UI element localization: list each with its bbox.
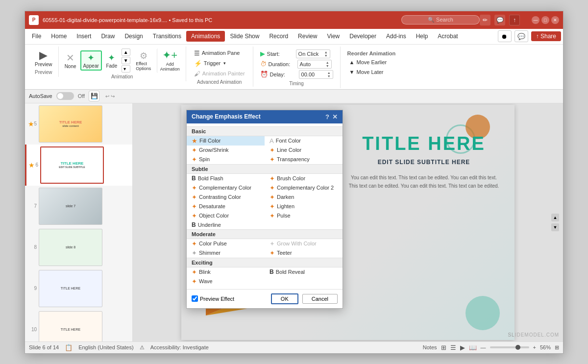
record-btn[interactable]: ⏺ (498, 30, 512, 42)
slide-thumbnail-9[interactable]: 9 TITLE HERE (25, 268, 132, 309)
effect-color-pulse[interactable]: ✦ Color Pulse (187, 239, 265, 248)
zoom-slider[interactable] (490, 346, 529, 348)
effect-fill-color[interactable]: ★ Fill Color (187, 136, 265, 146)
menu-acrobat[interactable]: Acrobat (433, 31, 463, 42)
move-later-btn[interactable]: ▼ Move Later (347, 68, 396, 76)
accessibility-label: Accessibility: Investigate (150, 344, 209, 350)
add-animation-btn[interactable]: ✦+ AddAnimation (157, 49, 183, 73)
effect-lighten[interactable]: ✦ Lighten (265, 202, 343, 211)
slide-thumbnail-8[interactable]: 8 slide 8 (25, 227, 132, 268)
menu-animations[interactable]: Animations (186, 31, 225, 42)
view-outline-btn[interactable]: ☰ (450, 344, 456, 351)
start-spinner[interactable]: ▲▼ (324, 50, 328, 57)
preview-checkbox-input[interactable] (192, 295, 198, 302)
menu-view[interactable]: View (322, 31, 344, 42)
animation-pane-btn[interactable]: ☰ Animation Pane (192, 49, 247, 58)
slide-thumbnail-6[interactable]: 6 TITLE HERE EDIT SLIDE SUBTITLE ★ (25, 145, 132, 186)
view-slideshow-btn[interactable]: ▶ (460, 344, 465, 351)
duration-icon: ⏱ (260, 60, 267, 68)
effect-line-color[interactable]: ✦ Line Color (265, 146, 343, 155)
animation-btns-row: ✕ None ✦ Appear ✦ Fade ▲ ▼ ▾ (62, 49, 183, 73)
scroll-up-btn[interactable]: ▲ (551, 214, 559, 221)
effect-bold-reveal[interactable]: B Bold Reveal (265, 267, 343, 276)
edit-icon-btn[interactable]: ✏ (480, 15, 490, 25)
slide-thumbnail-5[interactable]: 5 TITLE HERE slide content ★ (25, 103, 132, 145)
delay-spinner[interactable]: ▲▼ (327, 71, 331, 78)
dialog-cancel-btn[interactable]: Cancel (302, 294, 338, 304)
menu-slideshow[interactable]: Slide Show (225, 31, 264, 42)
effect-object-color[interactable]: ✦ Object Color (187, 211, 265, 220)
menu-transitions[interactable]: Transitions (148, 31, 186, 42)
fit-icon[interactable]: 📋 (65, 344, 73, 351)
menu-draw[interactable]: Draw (96, 31, 120, 42)
notes-btn[interactable]: Notes (423, 344, 437, 350)
preview-checkbox[interactable]: Preview Effect (192, 295, 234, 302)
preview-btn[interactable]: ▶ Preview (32, 49, 55, 69)
zoom-level[interactable]: 56% (540, 344, 551, 350)
slide-thumbnail-7[interactable]: 7 slide 7 (25, 186, 132, 227)
effect-desaturate[interactable]: ✦ Desaturate (187, 202, 265, 211)
move-earlier-btn[interactable]: ▲ Move Earlier (347, 58, 396, 66)
effect-contrasting-color[interactable]: ✦ Contrasting Color (187, 193, 265, 202)
minimize-btn[interactable]: — (532, 16, 539, 24)
animation-appear-btn[interactable]: ✦ Appear (80, 50, 102, 71)
animation-fade-btn[interactable]: ✦ Fade (103, 51, 121, 70)
effect-blink[interactable]: ✦ Blink (187, 267, 265, 277)
trigger-btn[interactable]: ⚡ Trigger ▾ (192, 59, 247, 68)
maximize-btn[interactable]: □ (541, 16, 549, 24)
effect-grow-shrink[interactable]: ✦ Grow/Shrink (187, 146, 265, 155)
effect-options-btn[interactable]: ⚙ EffectOptions (131, 49, 156, 72)
start-input[interactable]: On Click ▲▼ (296, 49, 330, 58)
animation-painter-btn[interactable]: 🖌 Animation Painter (192, 69, 247, 78)
effect-grow-with-color[interactable]: ✦ Grow With Color (265, 239, 343, 248)
anim-scroll-up[interactable]: ▲ (122, 49, 130, 56)
menu-developer[interactable]: Developer (344, 31, 381, 42)
comment-btn[interactable]: 💬 (514, 30, 528, 42)
menu-file[interactable]: File (27, 31, 46, 42)
fit-page-btn[interactable]: ⊞ (555, 344, 559, 351)
effect-shimmer[interactable]: ✦ Shimmer (187, 248, 265, 258)
zoom-minus-btn[interactable]: — (481, 344, 486, 350)
animation-none-btn[interactable]: ✕ None (62, 51, 79, 70)
view-normal-btn[interactable]: ⊞ (441, 344, 446, 351)
dialog-help-icon[interactable]: ? (325, 113, 329, 121)
menu-review[interactable]: Review (293, 31, 322, 42)
view-reading-btn[interactable]: 📖 (469, 344, 477, 351)
menu-design[interactable]: Design (120, 31, 147, 42)
delay-input[interactable]: 00.00 ▲▼ (299, 70, 333, 79)
effect-brush-color[interactable]: ✦ Brush Color (265, 174, 343, 183)
slide-thumbnail-10[interactable]: 10 TITLE HERE (25, 309, 132, 341)
share-icon-btn[interactable]: ↑ (509, 15, 520, 25)
effect-spin[interactable]: ✦ Spin (187, 155, 265, 164)
duration-spinner[interactable]: ▲▼ (326, 61, 329, 68)
save-btn[interactable]: 💾 (89, 91, 99, 101)
effect-comp-color-2[interactable]: ✦ Complementary Color 2 (265, 183, 343, 193)
dialog-close-icon[interactable]: ✕ (332, 113, 338, 121)
zoom-plus-btn[interactable]: + (533, 344, 536, 350)
menu-addins[interactable]: Add-ins (381, 31, 411, 42)
close-btn[interactable]: ✕ (551, 16, 559, 24)
autosave-toggle[interactable] (56, 92, 74, 100)
comment-icon-btn[interactable]: 💬 (494, 15, 505, 25)
effect-wave[interactable]: ✦ Wave (187, 277, 265, 286)
anim-scroll-down[interactable]: ▼ (122, 57, 130, 64)
menu-help[interactable]: Help (411, 31, 433, 42)
duration-input[interactable]: Auto ▲▼ (297, 60, 332, 69)
scroll-down-btn[interactable]: ▼ (551, 223, 559, 231)
effect-pulse[interactable]: ✦ Pulse (265, 211, 343, 220)
effect-darken[interactable]: ✦ Darken (265, 193, 343, 202)
slide-number-8: 8 (28, 244, 37, 250)
search-box[interactable]: 🔍 Search (401, 15, 480, 24)
menu-home[interactable]: Home (46, 31, 72, 42)
effect-complementary-color[interactable]: ✦ Complementary Color (187, 183, 265, 193)
effect-teeter[interactable]: ✦ Teeter (265, 248, 343, 258)
dialog-ok-btn[interactable]: OK (271, 293, 298, 304)
menu-record[interactable]: Record (264, 31, 293, 42)
effect-underline[interactable]: B Underline (187, 220, 265, 229)
effect-transparency[interactable]: ✦ Transparency (265, 155, 343, 164)
anim-scroll-more[interactable]: ▾ (122, 65, 130, 73)
share-button[interactable]: ↑ Share (531, 31, 561, 41)
effect-font-color[interactable]: A Font Color (265, 136, 343, 146)
effect-bold-flash[interactable]: B Bold Flash (187, 174, 265, 183)
menu-insert[interactable]: Insert (72, 31, 96, 42)
